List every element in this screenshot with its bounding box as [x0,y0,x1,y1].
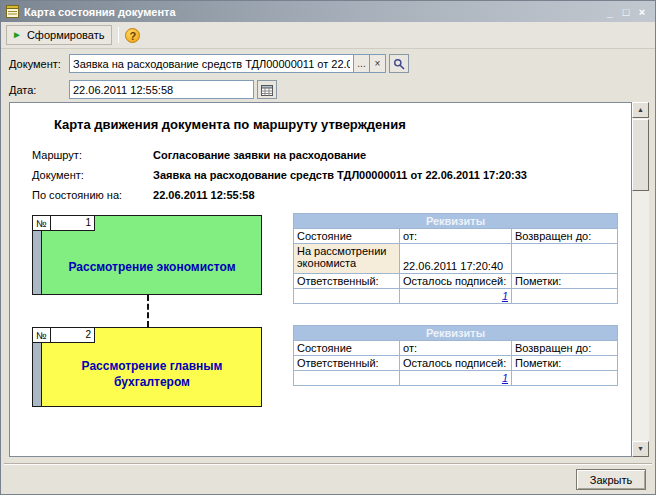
generate-button-label: Сформировать [27,29,105,41]
report-panel: Карта движения документа по маршруту утв… [9,102,632,457]
stage-number-label: № [33,218,50,229]
calendar-icon [261,84,273,96]
signatures-value-cell: 1 [400,371,512,386]
empty-cell [512,371,618,386]
signatures-link[interactable]: 1 [502,290,508,302]
route-label: Маршрут: [32,149,150,161]
as-of-label: По состоянию на: [32,189,150,201]
notes-label-cell: Пометки: [512,274,618,289]
state-label-cell: Состояние [294,229,400,244]
toolbar-separator [118,27,119,43]
requisites-header: Реквизиты [294,326,618,341]
requisites-header: Реквизиты [294,214,618,229]
stage-number-tab: № 1 [33,216,95,231]
maximize-button[interactable]: □ [618,3,634,21]
generate-button[interactable]: ► Сформировать [6,25,112,45]
date-input[interactable] [69,80,254,99]
requisites-table-1: Реквизиты Состояние от: Возвращен до: На… [293,213,618,304]
window-icon [6,5,19,18]
report-meta: Маршрут: Согласование заявки на расходов… [32,149,527,209]
as-of-value: 22.06.2011 12:55:58 [153,189,255,201]
close-icon[interactable]: × [634,3,650,21]
minimize-button[interactable]: _ [602,3,618,21]
footer-separator [4,463,652,465]
stage-connector-line [147,295,149,327]
stage-number-label: № [33,330,50,341]
from-label-cell: от: [400,229,512,244]
from-value-cell: 22.06.2011 17:20:40 [400,244,512,274]
state-value-cell: На рассмотрении экономиста [294,244,400,274]
state-label-cell: Состояние [294,341,400,356]
scrollbar-thumb[interactable] [632,119,649,191]
titlebar: Карта состояния документа _ □ × [1,1,655,22]
search-icon [393,58,405,70]
play-icon: ► [12,30,22,40]
empty-cell [294,289,400,304]
signatures-value-cell: 1 [400,289,512,304]
stage-number: 1 [50,216,94,230]
signatures-link[interactable]: 1 [502,372,508,384]
stage-number: 2 [50,328,94,342]
scroll-down-icon[interactable]: ▼ [632,441,649,457]
document-clear-button[interactable]: × [370,54,386,73]
report: Карта движения документа по маршруту утв… [10,103,631,456]
stage-number-tab: № 2 [33,328,95,343]
document-status-window: Карта состояния документа _ □ × ► Сформи… [0,0,656,495]
document-label: Документ: [9,58,69,70]
returned-label-cell: Возвращен до: [512,229,618,244]
stage-box-1: № 1 Рассмотрение экономистом [32,215,262,295]
report-panel-wrap: Карта движения документа по маршруту утв… [9,102,649,457]
signatures-label-cell: Осталось подписей: [400,274,512,289]
empty-cell [294,371,400,386]
calendar-button[interactable] [257,80,277,99]
route-row: Маршрут: Согласование заявки на расходов… [32,149,527,169]
scroll-up-icon[interactable]: ▲ [632,102,649,118]
date-field-row: Дата: [9,80,277,99]
requisites-table-2: Реквизиты Состояние от: Возвращен до: От… [293,325,618,386]
document-open-button[interactable] [389,54,409,73]
report-title: Карта движения документа по маршруту утв… [54,117,406,132]
document-ref-label: Документ: [32,169,150,181]
close-button[interactable]: Закрыть [576,469,646,490]
toolbar: ► Сформировать ? [1,22,655,49]
signatures-label-cell: Осталось подписей: [400,356,512,371]
document-input[interactable] [69,54,354,73]
document-select-button[interactable]: ... [354,54,370,73]
empty-cell [512,289,618,304]
as-of-row: По состоянию на: 22.06.2011 12:55:58 [32,189,527,209]
document-ref-row: Документ: Заявка на расходование средств… [32,169,527,189]
document-ref-value: Заявка на расходование средств ТДЛ000000… [153,169,527,181]
vertical-scrollbar[interactable]: ▲ ▼ [632,102,649,457]
document-field-row: Документ: ... × [9,54,409,73]
from-label-cell: от: [400,341,512,356]
responsible-label-cell: Ответственный: [294,356,400,371]
route-value: Согласование заявки на расходование [153,149,366,161]
returned-label-cell: Возвращен до: [512,341,618,356]
responsible-label-cell: Ответственный: [294,274,400,289]
notes-label-cell: Пометки: [512,356,618,371]
window-title: Карта состояния документа [24,6,602,18]
help-button[interactable]: ? [125,28,140,43]
empty-cell [512,244,618,274]
stage-name: Рассмотрение экономистом [43,260,261,274]
date-label: Дата: [9,84,69,96]
stage-box-2: № 2 Рассмотрение главным бухгалтером [32,327,262,407]
stage-name: Рассмотрение главным бухгалтером [43,358,261,390]
